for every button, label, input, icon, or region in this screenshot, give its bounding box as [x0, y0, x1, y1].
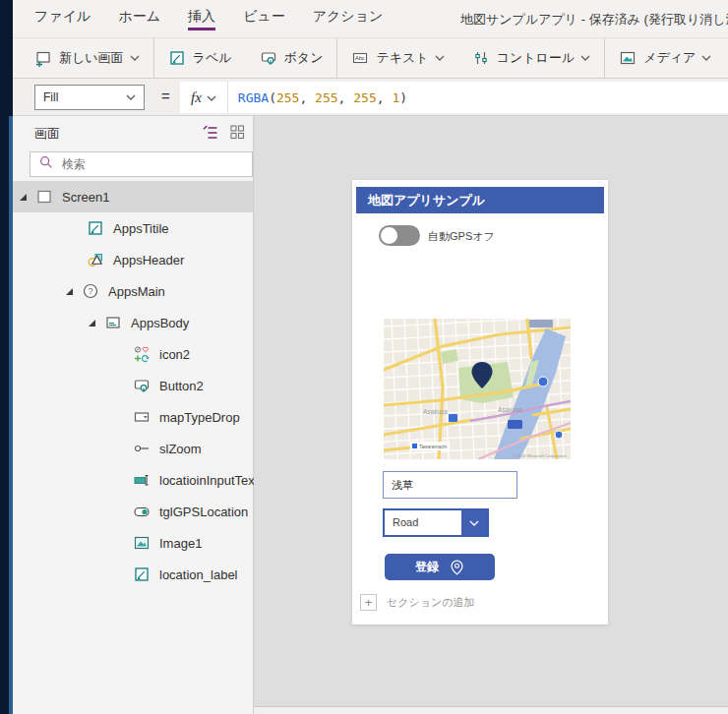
- plus-icon: +: [360, 594, 377, 611]
- toolbar-item-2[interactable]: ボタン: [246, 38, 337, 78]
- menu-item-label: ホーム: [118, 8, 160, 30]
- button-icon: [133, 377, 151, 394]
- label-icon: [87, 219, 104, 237]
- tree-item-Image1[interactable]: Image1: [13, 527, 253, 559]
- tree-item-locatioinInputText[interactable]: locatioinInputText: [13, 464, 253, 496]
- tree-item-mapTypeDrop[interactable]: mapTypeDrop: [13, 401, 253, 433]
- tree-item-location_label[interactable]: location_label: [13, 559, 253, 590]
- tree-item-label: icon2: [159, 347, 190, 362]
- dropdown-button[interactable]: [461, 510, 487, 535]
- map-type-dropdown[interactable]: Road: [383, 508, 489, 537]
- toolbar-item-label: 新しい画面: [59, 49, 124, 67]
- fx-dropdown[interactable]: fx: [180, 82, 228, 113]
- app-title-label[interactable]: 地図アプリサンプル: [356, 187, 604, 213]
- label-icon: [168, 49, 186, 67]
- register-button[interactable]: 登録: [385, 554, 495, 580]
- menu-item-3[interactable]: ビュー: [243, 8, 285, 30]
- map-graphic: Asakusa Asakusa Tawaramachi © 2019 Micro…: [384, 319, 571, 459]
- toolbar-item-0[interactable]: 新しい画面: [21, 38, 153, 78]
- tree-item-label: Image1: [159, 536, 202, 551]
- tree-item-label: tglGPSLocation: [159, 505, 248, 519]
- tree-item-label: Screen1: [62, 190, 109, 205]
- app-screen-preview: 地図アプリサンプル 自動GPSオフ: [352, 180, 608, 625]
- screens-panel: 画面 Screen1AppsTitileAppsHeader?AppsMainA…: [13, 116, 254, 714]
- gps-toggle-knob: [381, 227, 397, 244]
- property-selector-value: Fill: [43, 90, 58, 104]
- toolbar-item-label: ラベル: [193, 49, 232, 67]
- screen-tree: Screen1AppsTitileAppsHeader?AppsMainApps…: [13, 181, 253, 590]
- tree-item-AppsTitile[interactable]: AppsTitile: [13, 212, 253, 244]
- toolbar-item-3[interactable]: Abcテキスト: [337, 38, 457, 78]
- formula-input-area[interactable]: fx RGBA(255, 255, 255, 1): [180, 82, 728, 113]
- tree-item-label: location_label: [159, 567, 238, 582]
- canvas-horizontal-scrollbar[interactable]: [254, 706, 728, 714]
- location-input[interactable]: [383, 471, 517, 499]
- tree-item-Screen1[interactable]: Screen1: [13, 181, 253, 212]
- tree-item-tglGPSLocation[interactable]: tglGPSLocation: [13, 496, 253, 527]
- tree-item-icon2[interactable]: icon2: [13, 338, 253, 370]
- icons-icon: [133, 345, 151, 363]
- menu-item-2[interactable]: 挿入: [188, 8, 215, 30]
- tree-item-label: locatioinInputText: [159, 473, 258, 488]
- screens-panel-title: 画面: [34, 125, 60, 143]
- image-icon: [133, 534, 151, 552]
- formula-token: 255: [276, 90, 299, 105]
- expander-icon[interactable]: [87, 318, 97, 328]
- toolbar-item-label: メディア: [643, 49, 696, 67]
- tree-search-box[interactable]: [30, 151, 253, 177]
- chevron-down-icon: [207, 89, 216, 106]
- map-label-tawaramachi: Tawaramachi: [419, 445, 447, 449]
- search-input[interactable]: [62, 157, 244, 171]
- map-image[interactable]: Asakusa Asakusa Tawaramachi © 2019 Micro…: [384, 319, 571, 459]
- powerapps-studio-window: ファイルホーム挿入ビューアクション 地図サンプルアプリ - 保存済み (発行取り…: [0, 0, 728, 714]
- grid-view-icon[interactable]: [228, 123, 246, 141]
- question-icon: ?: [82, 282, 99, 300]
- formula-expression[interactable]: RGBA(255, 255, 255, 1): [238, 90, 407, 105]
- tree-item-Button2[interactable]: Button2: [13, 370, 253, 401]
- add-section-label: セクションの追加: [387, 595, 475, 610]
- insert-toolbar: 新しい画面ラベルボタンAbcテキストコントロールメディア: [13, 38, 728, 79]
- tree-view-icon[interactable]: [202, 123, 219, 141]
- window-left-rail: [0, 0, 13, 116]
- toolbar-item-4[interactable]: コントロール: [458, 38, 605, 78]
- textinput-icon: [133, 471, 151, 489]
- tree-item-label: AppsMain: [108, 284, 165, 299]
- menu-item-1[interactable]: ホーム: [118, 8, 160, 30]
- toolbar-item-5[interactable]: メディア: [605, 38, 725, 78]
- tree-item-label: Button2: [159, 379, 204, 393]
- formula-token: ): [399, 90, 407, 105]
- screen-icon: [35, 188, 53, 206]
- toggle-icon: [133, 503, 151, 520]
- map-type-value: Road: [393, 516, 418, 528]
- property-selector[interactable]: Fill: [34, 85, 145, 110]
- menu-item-label: ファイル: [34, 8, 91, 30]
- fx-icon: fx: [191, 89, 202, 106]
- menu-item-4[interactable]: アクション: [313, 8, 384, 30]
- add-section-button[interactable]: + セクションの追加: [360, 594, 475, 611]
- toolbar-item-label: コントロール: [497, 49, 576, 67]
- expander-icon[interactable]: [64, 286, 75, 297]
- map-copyright: © 2019 Microsoft Corporation: [513, 453, 567, 458]
- toolbar-item-1[interactable]: ラベル: [154, 38, 246, 78]
- menu-item-0[interactable]: ファイル: [34, 8, 91, 30]
- shapes-icon: [87, 251, 104, 268]
- svg-text:Abc: Abc: [355, 55, 365, 61]
- formula-token: ,: [338, 90, 354, 105]
- tree-item-slZoom[interactable]: slZoom: [13, 433, 253, 464]
- expander-icon[interactable]: [18, 192, 29, 203]
- tree-item-label: mapTypeDrop: [159, 410, 240, 425]
- gps-toggle[interactable]: [379, 225, 420, 246]
- formula-token: ,: [299, 90, 315, 105]
- register-button-label: 登録: [415, 559, 439, 575]
- dropdown-icon: [133, 408, 151, 426]
- formula-token: ,: [377, 90, 393, 105]
- tree-item-AppsMain[interactable]: ?AppsMain: [13, 275, 253, 307]
- tree-item-label: slZoom: [159, 442, 202, 456]
- window-title: 地図サンプルアプリ - 保存済み (発行取り消し済み: [460, 11, 728, 29]
- search-icon: [38, 154, 54, 174]
- tree-item-AppsHeader[interactable]: AppsHeader: [13, 244, 253, 275]
- body-icon: [104, 314, 122, 331]
- menu-item-label: ビュー: [243, 8, 285, 30]
- tree-item-AppsBody[interactable]: AppsBody: [13, 307, 253, 338]
- window-left-rail: [0, 116, 9, 714]
